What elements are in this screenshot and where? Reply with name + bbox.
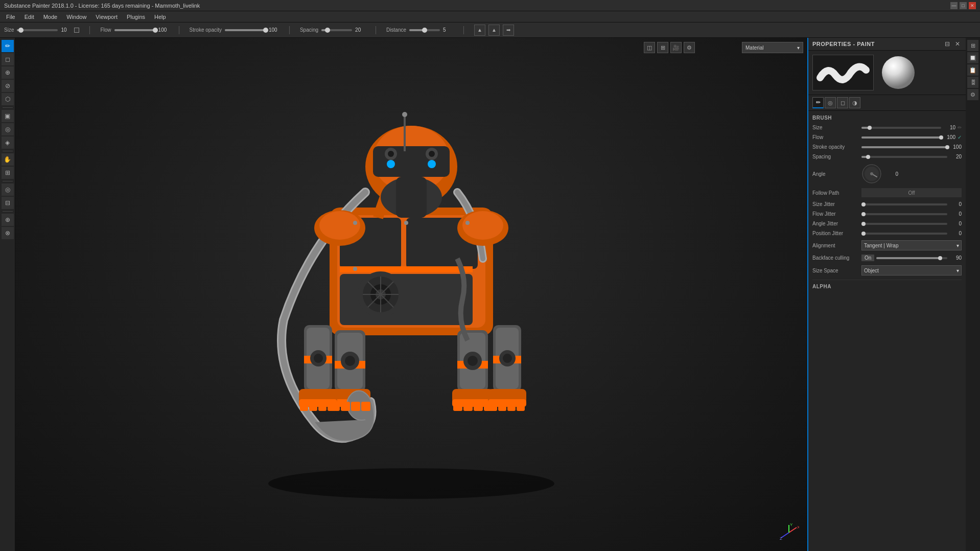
tool-annotation[interactable]: ⊟: [2, 197, 14, 209]
spacing-slider[interactable]: [321, 29, 352, 31]
angle-dial-svg[interactable]: [861, 164, 882, 184]
toolbar-sep-4: [376, 26, 376, 34]
projection-group: ▲ ▲ ➡: [474, 25, 514, 36]
tool-select[interactable]: ⬡: [2, 93, 14, 105]
svg-point-41: [314, 354, 323, 363]
menu-help[interactable]: Help: [150, 13, 170, 21]
far-right-btn-1[interactable]: ⊞: [967, 40, 978, 51]
toolbar-sep-2: [179, 26, 179, 34]
menu-file[interactable]: File: [2, 13, 19, 21]
svg-rect-76: [489, 402, 497, 411]
viewport[interactable]: ◫ ⊞ 🎥 ⚙ Material ▾ X Y Z: [15, 38, 807, 551]
brush-tab-alpha[interactable]: ◻: [837, 97, 848, 108]
far-right-btn-3[interactable]: 📋: [967, 64, 978, 76]
flow-slider[interactable]: [114, 29, 155, 31]
svg-point-61: [404, 221, 408, 225]
size-space-value: Object: [864, 268, 879, 273]
viewport-icon-4[interactable]: ⚙: [684, 42, 695, 53]
material-dropdown[interactable]: Material ▾: [742, 42, 803, 53]
size-slider[interactable]: [17, 29, 58, 31]
tool-blur[interactable]: ◎: [2, 123, 14, 135]
far-right-btn-5[interactable]: ⚙: [967, 89, 978, 100]
alpha-section: ALPHA: [812, 280, 962, 289]
flow-jitter-slider[interactable]: [861, 213, 947, 215]
tool-paint[interactable]: ✏: [2, 40, 14, 52]
brush-tab-effect[interactable]: ◑: [849, 97, 860, 108]
tool-misc1[interactable]: ⊕: [2, 214, 14, 226]
svg-point-39: [468, 356, 478, 366]
spacing-group: Spacing 20: [300, 27, 365, 33]
projection-btn-2[interactable]: ▲: [488, 25, 500, 36]
viewport-icon-3[interactable]: 🎥: [670, 42, 682, 53]
tool-fill[interactable]: ⊕: [2, 66, 14, 79]
size-space-dropdown[interactable]: Object ▾: [861, 265, 962, 276]
tool-measure[interactable]: ◎: [2, 183, 14, 196]
alpha-title: ALPHA: [812, 284, 831, 289]
backface-culling-row: Backface culling On 90: [812, 255, 962, 261]
stroke-opacity-prop-label: Stroke opacity: [812, 144, 858, 150]
svg-rect-79: [517, 402, 525, 411]
size-jitter-slider[interactable]: [861, 203, 947, 205]
tool-sep-1: [3, 107, 13, 108]
tool-hand[interactable]: ⊞: [2, 167, 14, 179]
properties-close-btn[interactable]: ✕: [953, 40, 962, 48]
spacing-prop-slider[interactable]: [861, 156, 947, 158]
position-jitter-slider[interactable]: [861, 233, 947, 235]
far-right-btn-2[interactable]: 🔲: [967, 52, 978, 63]
backface-culling-container: On 90: [861, 255, 962, 261]
stroke-opacity-slider[interactable]: [225, 29, 266, 31]
viewport-icon-2[interactable]: ⊞: [657, 42, 668, 53]
size-slider-container: 10 ✏: [861, 125, 962, 130]
svg-point-0: [268, 468, 554, 499]
brush-tab-stroke[interactable]: ✏: [812, 97, 824, 108]
follow-path-value: Off: [908, 190, 915, 196]
close-button[interactable]: ✕: [969, 2, 976, 9]
svg-rect-6: [340, 266, 473, 272]
menu-plugins[interactable]: Plugins: [123, 13, 149, 21]
material-dropdown-value: Material: [745, 45, 764, 51]
maximize-button[interactable]: □: [960, 2, 967, 9]
stroke-opacity-value: 100: [269, 27, 279, 33]
brush-stroke-preview: [812, 55, 874, 90]
tool-erase[interactable]: ◻: [2, 53, 14, 65]
projection-btn-3[interactable]: ➡: [503, 25, 514, 36]
follow-path-toggle[interactable]: Off: [861, 188, 962, 197]
far-right-btn-4[interactable]: 🎛: [967, 77, 978, 88]
projection-btn-1[interactable]: ▲: [474, 25, 485, 36]
angle-dial-container: 0: [861, 164, 898, 184]
tool-smudge[interactable]: ▣: [2, 110, 14, 122]
tool-misc2[interactable]: ⊗: [2, 227, 14, 239]
svg-rect-74: [318, 402, 326, 411]
size-checkbox[interactable]: [74, 28, 79, 33]
stroke-opacity-prop-slider[interactable]: [861, 146, 947, 148]
tool-dodge[interactable]: ◈: [2, 136, 14, 149]
svg-text:Y: Y: [790, 522, 793, 527]
distance-slider[interactable]: [409, 29, 440, 31]
toolbar: Size 10 Flow 100 Stroke opacity 100 Spac…: [0, 22, 980, 38]
menu-viewport[interactable]: Viewport: [91, 13, 122, 21]
size-prop-slider[interactable]: [861, 127, 941, 129]
menu-window[interactable]: Window: [62, 13, 90, 21]
brush-tab-material[interactable]: ◎: [825, 97, 836, 108]
backface-culling-value: 90: [949, 255, 962, 261]
tool-sep-2: [3, 151, 13, 151]
flow-row: Flow 100 ✓: [812, 134, 962, 140]
tool-clone[interactable]: ⊘: [2, 80, 14, 92]
svg-point-11: [388, 151, 394, 157]
flow-jitter-row: Flow Jitter 0: [812, 211, 962, 217]
svg-rect-75: [328, 402, 336, 411]
flow-prop-slider[interactable]: [861, 136, 941, 139]
minimize-button[interactable]: —: [950, 2, 958, 9]
app-title: Substance Painter 2018.1.0 - License: 16…: [4, 3, 200, 9]
menu-edit[interactable]: Edit: [20, 13, 38, 21]
toolbar-sep-1: [89, 26, 90, 34]
svg-point-13: [429, 151, 435, 157]
alignment-dropdown[interactable]: Tangent | Wrap ▾: [861, 240, 962, 250]
menu-mode[interactable]: Mode: [39, 13, 62, 21]
backface-culling-slider[interactable]: [876, 257, 947, 259]
viewport-icon-1[interactable]: ◫: [644, 42, 655, 53]
properties-expand-btn[interactable]: ⊟: [943, 40, 951, 48]
size-edit-icon[interactable]: ✏: [958, 125, 962, 130]
angle-jitter-slider[interactable]: [861, 223, 947, 225]
tool-picker[interactable]: ✋: [2, 153, 14, 166]
